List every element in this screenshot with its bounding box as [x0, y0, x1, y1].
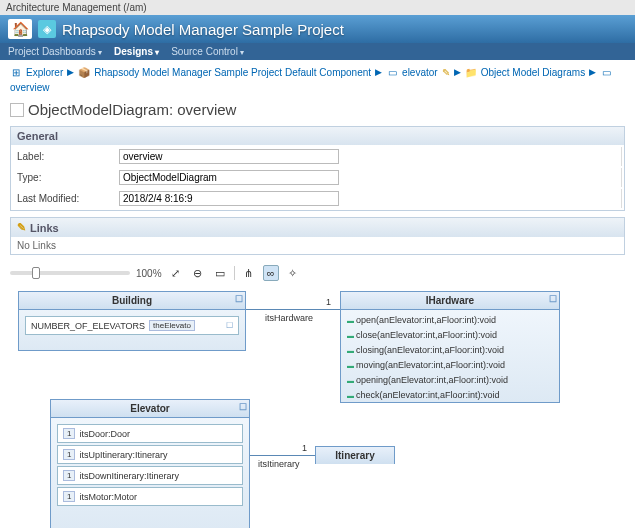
separator [234, 266, 235, 280]
bc-omd[interactable]: Object Model Diagrams [481, 67, 585, 78]
uml-itinerary-title: Itinerary [316, 447, 394, 464]
general-header: General [11, 127, 624, 145]
zoom-out-icon[interactable]: ⊖ [190, 265, 206, 281]
diagram-canvas[interactable]: Building☐ NUMBER_OF_ELEVATORS theElevato… [10, 291, 625, 528]
general-panel: General Label: Type: Last Modified: [10, 126, 625, 211]
role-hardware: itsHardware [265, 313, 313, 323]
chevron-right-icon: ▶ [375, 67, 382, 77]
hardware-operations: open(anElevator:int,aFloor:int):void clo… [341, 310, 559, 406]
nav-dashboards[interactable]: Project Dashboards [8, 46, 102, 57]
op: check(anElevator:int,aFloor:int):void [347, 388, 553, 403]
interface-icon: ☐ [549, 294, 557, 304]
main-nav: Project Dashboards Designs Source Contro… [0, 43, 635, 60]
elevator-part[interactable]: 1itsDownItinerary:Itinerary [57, 466, 243, 485]
nav-designs[interactable]: Designs [114, 46, 159, 57]
chevron-right-icon: ▶ [589, 67, 596, 77]
page-title-text: ObjectModelDiagram: overview [28, 101, 236, 118]
diagram-toolbar: 100% ⤢ ⊖ ▭ ⋔ ∞ ✧ [10, 261, 625, 291]
folder-icon: 📁 [465, 66, 477, 78]
bc-explorer[interactable]: Explorer [26, 67, 63, 78]
uml-hardware-title: IHardware☐ [341, 292, 559, 310]
outline-icon[interactable]: ▭ [212, 265, 228, 281]
links-panel: ✎ Links No Links [10, 217, 625, 255]
layout-icon[interactable]: ⋔ [241, 265, 257, 281]
modified-label: Last Modified: [13, 189, 113, 208]
connector-hardware[interactable] [246, 309, 340, 310]
type-field[interactable] [119, 170, 339, 185]
building-part-name: theElevato [149, 320, 195, 331]
uml-building[interactable]: Building☐ NUMBER_OF_ELEVATORS theElevato… [18, 291, 246, 351]
label-label: Label: [13, 147, 113, 166]
explorer-icon: ⊞ [10, 66, 22, 78]
label-field[interactable] [119, 149, 339, 164]
op: closing(anElevator:int,aFloor:int):void [347, 343, 553, 358]
op: open(anElevator:int,aFloor:int):void [347, 313, 553, 328]
chevron-right-icon: ▶ [67, 67, 74, 77]
page-title: ObjectModelDiagram: overview [10, 101, 625, 118]
nav-source-control[interactable]: Source Control [171, 46, 244, 57]
bc-overview[interactable]: overview [10, 82, 49, 93]
project-banner: 🏠 ◈ Rhapsody Model Manager Sample Projec… [0, 15, 635, 43]
elevator-part[interactable]: 1itsDoor:Door [57, 424, 243, 443]
home-icon[interactable]: 🏠 [8, 19, 32, 39]
multiplicity: 1 [326, 297, 331, 307]
component-icon: 📦 [78, 66, 90, 78]
modified-field[interactable] [119, 191, 339, 206]
multiplicity: 1 [302, 443, 307, 453]
package-icon: ▭ [386, 66, 398, 78]
op: close(anElevator:int,aFloor:int):void [347, 328, 553, 343]
app-context-bar: Architecture Management (/am) [0, 0, 635, 15]
links-icon: ✎ [17, 221, 26, 234]
elevator-part[interactable]: 1itsMotor:Motor [57, 487, 243, 506]
building-part[interactable]: NUMBER_OF_ELEVATORS theElevato ☐ [25, 316, 239, 335]
expand-icon[interactable]: ✧ [285, 265, 301, 281]
pencil-icon[interactable]: ✎ [442, 67, 450, 78]
part-icon: ☐ [226, 321, 233, 330]
bc-elevator[interactable]: elevator [402, 67, 438, 78]
role-itinerary: itsItinerary [258, 459, 300, 469]
uml-hardware[interactable]: IHardware☐ open(anElevator:int,aFloor:in… [340, 291, 560, 403]
diagram-icon: ▭ [600, 66, 612, 78]
zoom-fit-icon[interactable]: ⤢ [168, 265, 184, 281]
uml-elevator[interactable]: Elevator☐ 1itsDoor:Door 1itsUpItinerary:… [50, 399, 250, 528]
links-header: ✎ Links [11, 218, 624, 237]
class-icon: ☐ [239, 402, 247, 412]
chevron-right-icon: ▶ [454, 67, 461, 77]
connector-itinerary[interactable] [250, 455, 315, 456]
uml-elevator-title: Elevator☐ [51, 400, 249, 418]
zoom-percent: 100% [136, 268, 162, 279]
op: opening(anElevator:int,aFloor:int):void [347, 373, 553, 388]
links-empty: No Links [11, 237, 624, 254]
diagram-icon [10, 103, 24, 117]
project-title: Rhapsody Model Manager Sample Project [62, 21, 344, 38]
properties-table: Label: Type: Last Modified: [11, 145, 624, 210]
zoom-slider[interactable] [10, 271, 130, 275]
product-icon: ◈ [38, 20, 56, 38]
pan-icon[interactable]: ∞ [263, 265, 279, 281]
class-icon: ☐ [235, 294, 243, 304]
breadcrumb: ⊞ Explorer ▶ 📦 Rhapsody Model Manager Sa… [10, 66, 625, 93]
type-label: Type: [13, 168, 113, 187]
uml-itinerary[interactable]: Itinerary [315, 446, 395, 464]
op: moving(anElevator:int,aFloor:int):void [347, 358, 553, 373]
uml-building-title: Building☐ [19, 292, 245, 310]
slider-thumb[interactable] [32, 267, 40, 279]
elevator-part[interactable]: 1itsUpItinerary:Itinerary [57, 445, 243, 464]
bc-component[interactable]: Rhapsody Model Manager Sample Project De… [94, 67, 371, 78]
